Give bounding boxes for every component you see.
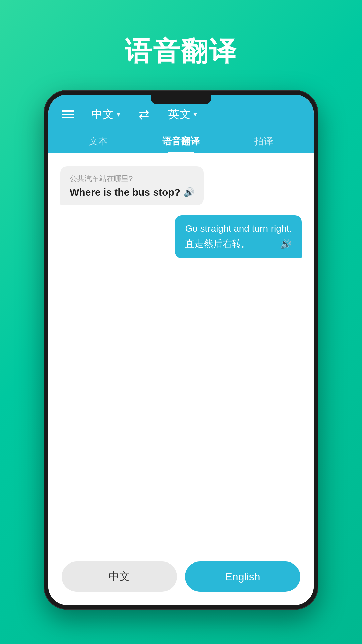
hamburger-menu-button[interactable] [62,110,74,118]
incoming-sub-text: 公共汽车站在哪里? [70,174,194,184]
target-language-selector[interactable]: 英文 ▾ [168,107,197,122]
incoming-main-text: Where is the bus stop? 🔊 [70,186,194,198]
tab-photo-translate[interactable]: 拍译 [248,131,280,153]
bottom-bar: 中文 English [48,551,314,605]
source-language-label: 中文 [91,107,114,122]
chat-area: 公共汽车站在哪里? Where is the bus stop? 🔊 Go st… [48,153,314,551]
phone-notch [151,95,211,104]
bubble-outgoing: Go straight and turn right. 直走然后右转。 🔊 [175,215,302,258]
outgoing-text-en: Go straight and turn right. [185,223,292,234]
tab-voice-translate[interactable]: 语音翻译 [156,131,206,153]
phone-screen: 中文 ▾ ⇄ 英文 ▾ 文本 语音翻译 拍译 [48,95,314,605]
incoming-sound-icon[interactable]: 🔊 [184,187,194,198]
message-incoming: 公共汽车站在哪里? Where is the bus stop? 🔊 [60,166,302,205]
chinese-button[interactable]: 中文 [62,561,177,592]
source-lang-dropdown-icon: ▾ [117,110,120,119]
bubble-incoming: 公共汽车站在哪里? Where is the bus stop? 🔊 [60,166,204,205]
tab-bar: 文本 语音翻译 拍译 [62,131,300,153]
tab-text[interactable]: 文本 [82,131,114,153]
target-lang-dropdown-icon: ▾ [193,110,197,119]
phone-frame: 中文 ▾ ⇄ 英文 ▾ 文本 语音翻译 拍译 [44,90,318,610]
outgoing-sound-icon[interactable]: 🔊 [280,238,292,250]
target-language-label: 英文 [168,107,191,122]
message-outgoing: Go straight and turn right. 直走然后右转。 🔊 [60,215,302,258]
outgoing-text-zh: 直走然后右转。 🔊 [185,237,292,250]
english-button[interactable]: English [185,561,300,592]
swap-languages-button[interactable]: ⇄ [139,107,149,122]
page-title: 语音翻译 [125,34,237,70]
source-language-selector[interactable]: 中文 ▾ [91,107,120,122]
